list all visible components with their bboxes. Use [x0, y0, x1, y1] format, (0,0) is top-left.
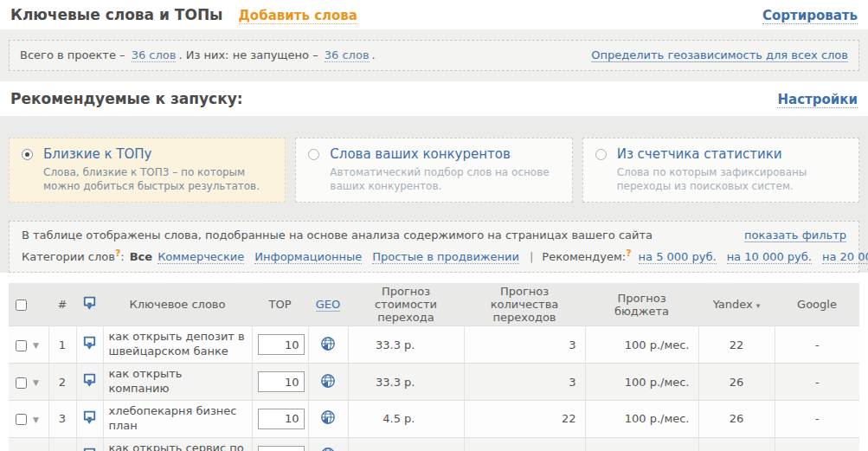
- col-transitions: Прогноз количества переходов: [464, 283, 585, 326]
- top-input[interactable]: [258, 409, 305, 429]
- row-number: 4: [48, 437, 76, 451]
- google-position-cell: -: [775, 437, 859, 451]
- budget-forecast-cell: 100 р./мес.: [585, 326, 698, 364]
- table-row: ▼2как открыть компанию33.3 р.3100 р./мес…: [9, 364, 859, 401]
- sort-caret-icon: ▾: [756, 301, 761, 310]
- category-commercial-link[interactable]: Коммерческие: [158, 250, 244, 264]
- google-position-cell: -: [775, 326, 859, 364]
- recommended-band: Рекомендуемые к запуску: Настройки: [0, 81, 868, 116]
- col-cost: Прогноз стоимости перехода: [348, 283, 464, 326]
- options-section: Близкие к ТОПу Слова, близкие к ТОП3 – п…: [0, 116, 868, 273]
- keywords-page: Ключевые слова и ТОПы Добавить слова Сор…: [0, 0, 868, 451]
- option-title: Из счетчика статистики: [617, 146, 848, 162]
- top-bar: Ключевые слова и ТОПы Добавить слова Сор…: [0, 0, 868, 29]
- yandex-position-cell: 26: [698, 437, 775, 451]
- cost-forecast-cell: 33.3 р.: [348, 326, 464, 364]
- keyword-marker-icon: [82, 296, 97, 311]
- categories-label: Категории слов?:: [22, 250, 125, 263]
- budget-10000-link[interactable]: на 10 000 руб.: [727, 250, 812, 264]
- table-row: ▼4как открыть сервис по ремонту компьюте…: [9, 437, 859, 451]
- geo-globe-icon[interactable]: [320, 336, 336, 351]
- transitions-forecast-cell: 3: [464, 364, 585, 401]
- top-input[interactable]: [258, 371, 305, 392]
- row-menu-arrow-icon[interactable]: ▼: [33, 416, 39, 424]
- option-title: Близкие к ТОПу: [43, 146, 274, 162]
- option-description: Слова по которым зафиксированы переходы …: [617, 165, 848, 193]
- show-filter-link[interactable]: показать фильтр: [744, 229, 846, 242]
- summary-text: Всего в проекте – 36 слов. Из них: не за…: [20, 48, 376, 61]
- category-informational-link[interactable]: Информационные: [254, 250, 362, 264]
- col-budget: Прогноз бюджета: [585, 283, 698, 326]
- category-all[interactable]: Все: [130, 250, 152, 263]
- option-description: Автоматический подбор слов на основе ваш…: [330, 165, 561, 193]
- page-title: Ключевые слова и ТОПы: [10, 6, 223, 23]
- total-words-link[interactable]: 36 слов: [132, 48, 177, 62]
- yandex-position-cell: 26: [698, 364, 775, 401]
- not-started-words-link[interactable]: 36 слов: [325, 48, 370, 62]
- help-question-icon[interactable]: ?: [626, 248, 631, 259]
- row-number: 3: [48, 400, 76, 437]
- keyword-cell: как открыть компанию: [103, 364, 252, 401]
- google-position-cell: -: [775, 364, 859, 401]
- col-top: TOP: [252, 283, 308, 326]
- radio-statistics[interactable]: [595, 149, 607, 160]
- table-row: ▼1как открыть депозит в швейцарском банк…: [9, 326, 859, 364]
- row-menu-arrow-icon[interactable]: ▼: [33, 378, 39, 387]
- keyword-marker-icon: [82, 373, 97, 388]
- geo-globe-icon[interactable]: [320, 447, 336, 451]
- col-number: #: [48, 283, 76, 326]
- transitions-forecast-cell: 3: [464, 437, 585, 451]
- row-number: 1: [48, 326, 76, 364]
- summary-band: Всего в проекте – 36 слов. Из них: не за…: [0, 29, 868, 81]
- filter-description: В таблице отображены слова, подобранные …: [22, 229, 653, 242]
- option-card-statistics[interactable]: Из счетчика статистики Слова по которым …: [582, 138, 859, 203]
- add-words-link[interactable]: Добавить слова: [239, 8, 357, 24]
- cost-forecast-cell: 33.3 р.: [348, 364, 464, 401]
- category-easy-link[interactable]: Простые в продвижении: [372, 250, 519, 264]
- settings-link[interactable]: Настройки: [777, 92, 858, 108]
- summary-prefix: Всего в проекте –: [20, 48, 125, 61]
- cost-forecast-cell: 33.3 р.: [348, 437, 464, 451]
- geo-globe-icon[interactable]: [320, 409, 336, 425]
- radio-near-top[interactable]: [22, 149, 33, 160]
- transitions-forecast-cell: 22: [464, 400, 585, 437]
- top-input[interactable]: [258, 446, 305, 451]
- option-cards: Близкие к ТОПу Слова, близкие к ТОП3 – п…: [9, 138, 859, 203]
- geo-dependence-link[interactable]: Определить геозависимость для всех слов: [591, 48, 848, 62]
- row-checkbox[interactable]: [16, 414, 27, 425]
- recommend-label: Рекомендуем:?: [542, 250, 631, 263]
- select-all-checkbox[interactable]: [16, 300, 27, 311]
- radio-competitors[interactable]: [308, 149, 319, 160]
- col-geo-link[interactable]: GEO: [316, 298, 341, 312]
- row-checkbox[interactable]: [16, 340, 27, 351]
- top-input[interactable]: [258, 334, 305, 355]
- keyword-marker-icon: [82, 410, 97, 425]
- option-card-competitors[interactable]: Слова ваших конкурентов Автоматический п…: [295, 138, 572, 203]
- cost-forecast-cell: 4.5 р.: [348, 400, 464, 437]
- option-description: Слова, близкие к ТОП3 – по которым можно…: [43, 165, 274, 193]
- summary-middle: . Из них: не запущено –: [178, 48, 318, 61]
- col-google: Google: [775, 283, 859, 326]
- table-body: ▼1как открыть депозит в швейцарском банк…: [9, 326, 859, 451]
- budget-forecast-cell: 100 р./мес.: [585, 437, 698, 451]
- keyword-marker-icon: [82, 336, 97, 351]
- table-row: ▼3хлебопекарня бизнес план4.5 р.22100 р.…: [9, 400, 859, 437]
- budget-20000-link[interactable]: на 20 000 руб.: [822, 250, 868, 264]
- option-title: Слова ваших конкурентов: [330, 146, 561, 162]
- keywords-table-wrap: # Ключевое слово TOP GEO Прогноз стоимос…: [0, 273, 868, 451]
- yandex-position-cell: 26: [698, 400, 775, 437]
- option-card-near-top[interactable]: Близкие к ТОПу Слова, близкие к ТОП3 – п…: [9, 138, 286, 203]
- keyword-cell: как открыть сервис по ремонту компьютеро…: [103, 437, 252, 451]
- transitions-forecast-cell: 3: [464, 326, 585, 364]
- geo-globe-icon[interactable]: [320, 373, 336, 389]
- sort-link[interactable]: Сортировать: [762, 8, 858, 24]
- budget-5000-link[interactable]: на 5 000 руб.: [639, 250, 717, 264]
- yandex-position-cell: 22: [698, 326, 775, 364]
- google-position-cell: -: [775, 400, 859, 437]
- keyword-cell: хлебопекарня бизнес план: [103, 400, 252, 437]
- row-checkbox[interactable]: [16, 377, 27, 389]
- keywords-table: # Ключевое слово TOP GEO Прогноз стоимос…: [9, 283, 859, 451]
- col-yandex-sort[interactable]: Yandex▾: [698, 283, 775, 326]
- row-menu-arrow-icon[interactable]: ▼: [33, 341, 39, 350]
- separator: |: [530, 250, 533, 263]
